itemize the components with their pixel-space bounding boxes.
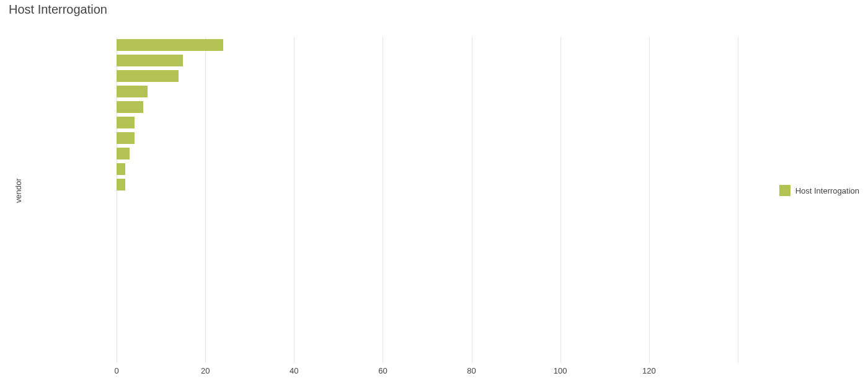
bar[interactable] (117, 70, 179, 82)
bar[interactable] (117, 101, 143, 113)
x-grid-line (205, 37, 206, 363)
x-grid-line (383, 37, 383, 363)
bar[interactable] (117, 55, 183, 66)
legend-swatch (779, 185, 790, 196)
bar[interactable] (117, 117, 135, 128)
bar[interactable] (117, 179, 125, 191)
x-grid-line (560, 37, 561, 363)
x-tick-label: 60 (378, 366, 387, 375)
x-tick-label: 40 (290, 366, 298, 375)
plot-area: Host Interrogation 020406080100120McAfee… (117, 37, 738, 363)
x-tick-label: 80 (467, 366, 476, 375)
bar[interactable] (117, 132, 135, 144)
x-tick-label: 100 (554, 366, 567, 375)
bar[interactable] (117, 86, 148, 97)
x-grid-line (294, 37, 294, 363)
chart-title: Host Interrogation (9, 2, 107, 17)
bar[interactable] (117, 39, 223, 51)
bar[interactable] (117, 148, 130, 159)
x-tick-label: 120 (642, 366, 656, 375)
x-tick-label: 20 (201, 366, 210, 375)
legend-label: Host Interrogation (795, 186, 859, 195)
x-grid-line (738, 37, 738, 363)
bar[interactable] (117, 163, 125, 175)
y-axis-title: vendor (14, 178, 23, 203)
x-grid-line (649, 37, 650, 363)
chart-container: Host Interrogation vendor Host Interroga… (0, 0, 868, 381)
legend: Host Interrogation (779, 185, 859, 196)
x-tick-label: 0 (114, 366, 118, 375)
x-grid-line (472, 37, 472, 363)
